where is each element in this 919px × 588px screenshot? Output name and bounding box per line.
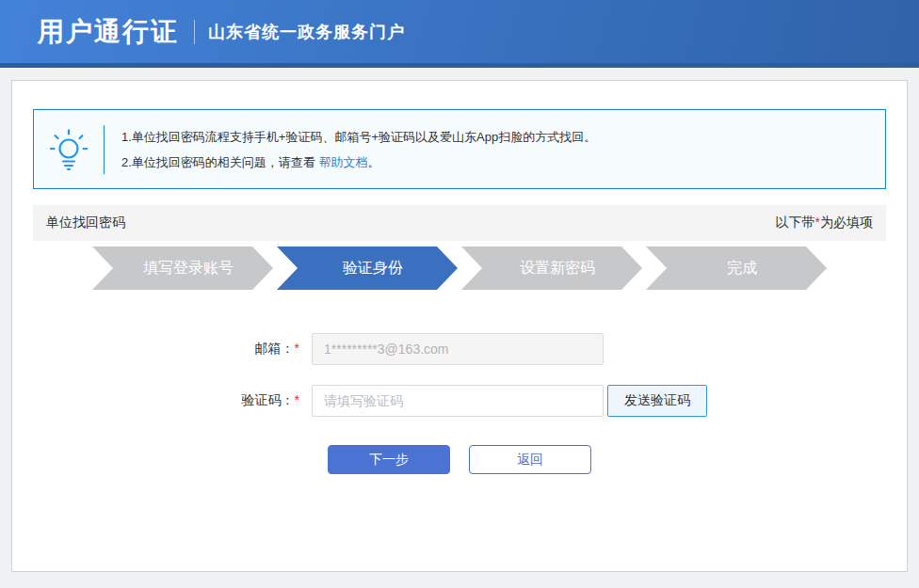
lightbulb-icon: [34, 128, 104, 171]
main-panel: 1.单位找回密码流程支持手机+验证码、邮箱号+验证码以及爱山东App扫脸的方式找…: [11, 80, 908, 572]
step-verify-identity: 验证身份: [277, 246, 458, 290]
email-input: [312, 333, 604, 365]
app-title: 用户通行证: [38, 14, 179, 50]
verification-code-input[interactable]: [312, 385, 604, 417]
code-required-star: *: [295, 392, 299, 407]
section-bar: 单位找回密码 以下带*为必填项: [33, 205, 886, 241]
required-note-prefix: 以下带: [776, 215, 815, 230]
required-note-suffix: 为必填项: [820, 215, 873, 230]
portal-subtitle: 山东省统一政务服务门户: [208, 21, 405, 43]
step-fill-account: 填写登录账号: [92, 246, 273, 290]
tip-line-1: 1.单位找回密码流程支持手机+验证码、邮箱号+验证码以及爱山东App扫脸的方式找…: [121, 124, 596, 150]
section-title: 单位找回密码: [46, 215, 125, 231]
tip-line-2: 2.单位找回密码的相关问题，请查看 帮助文档。: [121, 150, 596, 175]
next-step-button[interactable]: 下一步: [328, 445, 450, 474]
step-set-new-password: 设置新密码: [461, 246, 642, 290]
required-note: 以下带*为必填项: [776, 215, 873, 231]
verification-code-label-text: 验证码：: [242, 392, 295, 407]
tip-line-2-suffix: 。: [367, 155, 379, 169]
tip-text: 1.单位找回密码流程支持手机+验证码、邮箱号+验证码以及爱山东App扫脸的方式找…: [105, 124, 596, 175]
tip-line-2-text: 2.单位找回密码的相关问题，请查看: [121, 155, 318, 169]
back-button[interactable]: 返回: [469, 445, 591, 474]
step-complete: 完成: [646, 246, 827, 290]
app-header: 用户通行证 山东省统一政务服务门户: [0, 0, 919, 68]
action-buttons: 下一步 返回: [12, 445, 907, 474]
send-code-button[interactable]: 发送验证码: [607, 385, 707, 417]
email-label: 邮箱：*: [12, 341, 312, 358]
help-doc-link[interactable]: 帮助文档: [318, 155, 367, 169]
verification-code-label: 验证码：*: [12, 392, 312, 409]
verification-code-row: 验证码：* 发送验证码: [12, 385, 907, 417]
step-wizard: 填写登录账号 验证身份 设置新密码 完成: [92, 246, 827, 290]
tip-box: 1.单位找回密码流程支持手机+验证码、邮箱号+验证码以及爱山东App扫脸的方式找…: [33, 109, 886, 189]
email-required-star: *: [295, 341, 299, 356]
email-label-text: 邮箱：: [255, 341, 295, 356]
header-divider: [194, 20, 195, 44]
email-row: 邮箱：*: [12, 333, 907, 365]
recover-password-form: 邮箱：* 验证码：* 发送验证码 下一步 返回: [12, 333, 907, 474]
